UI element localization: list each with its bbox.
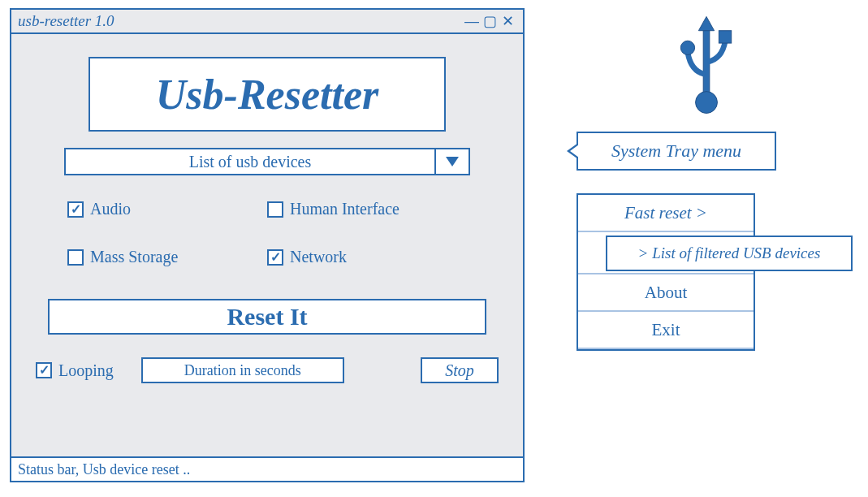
tray-area: System Tray menu Fast reset > About Exit… [568, 11, 844, 351]
minimize-button[interactable]: — [463, 14, 481, 28]
tray-tooltip: System Tray menu [577, 132, 776, 171]
checkbox-icon [267, 249, 283, 266]
tray-menu: Fast reset > About Exit > List of filter… [577, 193, 755, 351]
status-bar: Status bar, Usb device reset .. [11, 456, 523, 481]
svg-point-4 [680, 41, 694, 54]
usb-icon [568, 11, 844, 117]
tray-item-exit[interactable]: Exit [578, 312, 754, 349]
usb-device-dropdown[interactable]: List of usb devices [64, 148, 470, 175]
filter-checkboxes: Audio Human Interface Mass Storage Netwo… [64, 193, 470, 276]
checkbox-label: Network [290, 248, 347, 266]
dropdown-toggle[interactable] [434, 149, 469, 174]
checkbox-label: Mass Storage [90, 248, 178, 266]
checkbox-label: Audio [90, 200, 131, 218]
bottom-row: Looping Duration in seconds Stop [11, 351, 523, 383]
checkbox-label: Looping [58, 361, 114, 380]
svg-marker-0 [446, 157, 459, 166]
duration-input[interactable]: Duration in seconds [141, 357, 344, 383]
reset-button[interactable]: Reset It [48, 299, 486, 335]
main-window: usb-resetter 1.0 — ▢ ✕ Usb-Resetter List… [10, 8, 525, 482]
checkbox-mass-storage[interactable]: Mass Storage [67, 248, 267, 266]
window-title: usb-resetter 1.0 [18, 12, 463, 30]
svg-rect-5 [719, 31, 731, 43]
svg-point-3 [696, 92, 718, 114]
chevron-down-icon [446, 157, 459, 166]
app-banner: Usb-Resetter [89, 57, 446, 132]
checkbox-looping[interactable]: Looping [36, 361, 114, 380]
checkbox-icon [267, 201, 283, 218]
checkbox-audio[interactable]: Audio [67, 200, 267, 218]
checkbox-icon [67, 201, 84, 218]
tray-item-fast-reset[interactable]: Fast reset > [578, 195, 754, 232]
checkbox-network[interactable]: Network [267, 248, 467, 266]
checkbox-icon [67, 249, 84, 266]
close-button[interactable]: ✕ [499, 14, 516, 28]
titlebar: usb-resetter 1.0 — ▢ ✕ [11, 10, 523, 34]
stop-button[interactable]: Stop [421, 357, 499, 383]
dropdown-label: List of usb devices [66, 149, 434, 174]
tray-submenu-item[interactable]: > List of filtered USB devices [606, 236, 853, 271]
checkbox-label: Human Interface [290, 200, 399, 218]
maximize-button[interactable]: ▢ [481, 14, 499, 28]
checkbox-human-interface[interactable]: Human Interface [267, 200, 467, 218]
tray-item-about[interactable]: About [578, 274, 754, 312]
checkbox-icon [36, 362, 52, 378]
svg-marker-2 [698, 16, 714, 30]
